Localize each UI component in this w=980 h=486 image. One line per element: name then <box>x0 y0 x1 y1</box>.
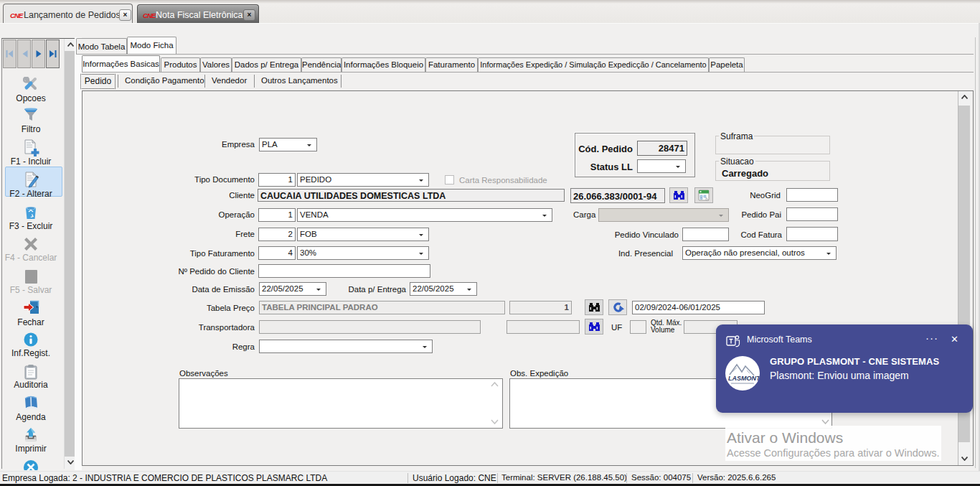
svg-text:LASMONT: LASMONT <box>728 375 760 382</box>
